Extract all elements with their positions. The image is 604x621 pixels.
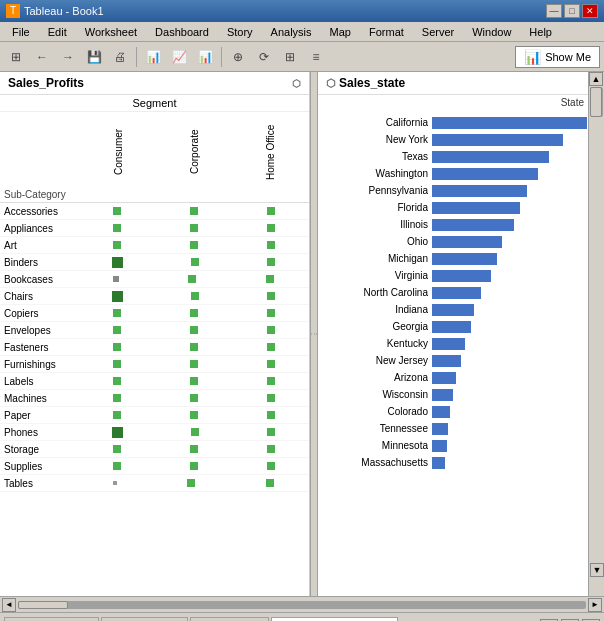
- bar-track: [432, 457, 588, 469]
- bar-chart-row: Washington: [318, 165, 588, 182]
- segment-header: Segment: [0, 95, 309, 112]
- menu-edit[interactable]: Edit: [40, 24, 75, 40]
- bar-fill: [432, 389, 453, 401]
- cell-indicator: [267, 377, 275, 385]
- cell-indicator: [267, 207, 275, 215]
- toolbar-chart1-icon[interactable]: 📊: [141, 45, 165, 69]
- state-label: Michigan: [322, 253, 432, 264]
- toolbar-add-icon[interactable]: ⊕: [226, 45, 250, 69]
- cell-indicator: [113, 224, 121, 232]
- tab-sales-profits[interactable]: Sales_Profits: [101, 617, 188, 621]
- bar-fill: [432, 423, 448, 435]
- tab-profit-dashboard[interactable]: ⊞ Profit_Dashboard: [271, 617, 397, 621]
- bar-fill: [432, 355, 461, 367]
- menu-help[interactable]: Help: [521, 24, 560, 40]
- bar-chart-row: Virginia: [318, 267, 588, 284]
- close-button[interactable]: ✕: [582, 4, 598, 18]
- expand-icon[interactable]: ⬡: [292, 78, 301, 89]
- table-row: Art: [0, 237, 309, 254]
- menu-analysis[interactable]: Analysis: [263, 24, 320, 40]
- scroll-thumb[interactable]: [590, 87, 602, 117]
- horizontal-scrollbar: ◄ ►: [0, 596, 604, 612]
- bar-chart-row: Massachusetts: [318, 454, 588, 471]
- cell-indicator: [191, 258, 199, 266]
- menu-file[interactable]: File: [4, 24, 38, 40]
- toolbar-sep2: [221, 47, 222, 67]
- bar-track: [432, 423, 588, 435]
- table-row: Envelopes: [0, 322, 309, 339]
- state-label: Wisconsin: [322, 389, 432, 400]
- scroll-right-btn[interactable]: ►: [588, 598, 602, 612]
- bar-fill: [432, 338, 465, 350]
- bar-fill: [432, 151, 549, 163]
- cell-indicator: [267, 241, 275, 249]
- toolbar-rows-icon[interactable]: ≡: [304, 45, 328, 69]
- cell-indicator: [113, 377, 121, 385]
- tab-data-source[interactable]: ⊞ Data Source: [4, 617, 99, 621]
- show-me-button[interactable]: 📊 Show Me: [515, 46, 600, 68]
- bar-track: [432, 389, 588, 401]
- toolbar-chart2-icon[interactable]: 📈: [167, 45, 191, 69]
- left-panel-title: Sales_Profits: [8, 76, 84, 90]
- bar-track: [432, 304, 588, 316]
- cell-indicator: [113, 326, 121, 334]
- scroll-up-btn[interactable]: ▲: [589, 72, 603, 86]
- cell-indicator: [113, 309, 121, 317]
- left-panel-header: Sales_Profits ⬡: [0, 72, 309, 95]
- menu-map[interactable]: Map: [322, 24, 359, 40]
- show-me-icon: 📊: [524, 49, 541, 65]
- main-area: Sales_Profits ⬡ Segment Consumer Corpora…: [0, 72, 604, 596]
- table-row: Appliances: [0, 220, 309, 237]
- bar-fill: [432, 372, 456, 384]
- menu-story[interactable]: Story: [219, 24, 261, 40]
- menu-window[interactable]: Window: [464, 24, 519, 40]
- right-panel: ⬡ Sales_state Use as filter State Califo…: [318, 72, 588, 596]
- restore-button[interactable]: □: [564, 4, 580, 18]
- bar-fill: [432, 236, 502, 248]
- toolbar-back-icon[interactable]: ←: [30, 45, 54, 69]
- toolbar-grid-icon[interactable]: ⊞: [4, 45, 28, 69]
- toolbar-forward-icon[interactable]: →: [56, 45, 80, 69]
- vertical-scrollbar[interactable]: ▲ ▼: [588, 72, 604, 596]
- cell-indicator: [190, 411, 198, 419]
- bar-chart-row: Indiana: [318, 301, 588, 318]
- toolbar-cols-icon[interactable]: ⊞: [278, 45, 302, 69]
- bar-fill: [432, 270, 491, 282]
- cell-indicator: [112, 257, 123, 268]
- bar-chart-row: California: [318, 114, 588, 131]
- toolbar-chart3-icon[interactable]: 📊: [193, 45, 217, 69]
- cell-indicator: [188, 275, 196, 283]
- bar-track: [432, 202, 588, 214]
- cell-indicator: [113, 462, 121, 470]
- cell-indicator: [191, 292, 199, 300]
- table-row: Bookcases: [0, 271, 309, 288]
- cell-indicator: [266, 275, 274, 283]
- cell-indicator: [113, 445, 121, 453]
- bar-track: [432, 355, 588, 367]
- menu-dashboard[interactable]: Dashboard: [147, 24, 217, 40]
- scroll-left-btn[interactable]: ◄: [2, 598, 16, 612]
- h-scroll-thumb[interactable]: [18, 601, 68, 609]
- menu-server[interactable]: Server: [414, 24, 462, 40]
- tab-sales-state[interactable]: Sales_state: [190, 617, 269, 621]
- bar-track: [432, 270, 588, 282]
- resize-handle[interactable]: ⋮: [310, 72, 318, 596]
- toolbar-print-icon[interactable]: 🖨: [108, 45, 132, 69]
- cell-indicator: [112, 427, 123, 438]
- bar-chart-row: Arizona: [318, 369, 588, 386]
- show-me-label: Show Me: [545, 51, 591, 63]
- minimize-button[interactable]: —: [546, 4, 562, 18]
- bar-chart-row: Georgia: [318, 318, 588, 335]
- menu-format[interactable]: Format: [361, 24, 412, 40]
- bar-chart-row: Colorado: [318, 403, 588, 420]
- bar-fill: [432, 440, 447, 452]
- table-row: Fasteners: [0, 339, 309, 356]
- toolbar-sep1: [136, 47, 137, 67]
- table-row: Tables: [0, 475, 309, 492]
- scroll-down-btn[interactable]: ▼: [590, 563, 604, 577]
- bar-fill: [432, 134, 563, 146]
- menu-worksheet[interactable]: Worksheet: [77, 24, 145, 40]
- toolbar-save-icon[interactable]: 💾: [82, 45, 106, 69]
- toolbar-refresh-icon[interactable]: ⟳: [252, 45, 276, 69]
- cell-indicator: [187, 479, 195, 487]
